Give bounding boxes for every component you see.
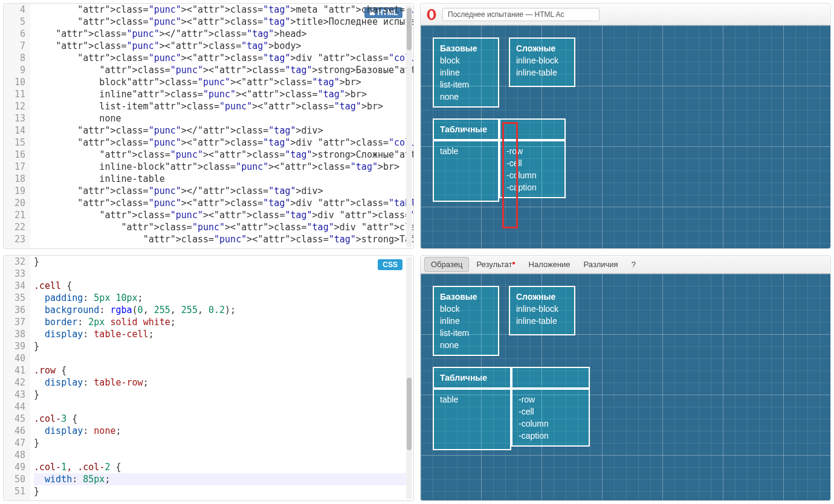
tabs-bar: Образец Результат* Наложение Различия ? — [421, 256, 830, 274]
render-area-top: Базовые block inline list-item none Слож… — [421, 25, 830, 248]
css-editor-panel: CSS 323334353637383940414243444546474849… — [3, 255, 414, 501]
html-code[interactable]: "attr">class="punc"><"attr">class="tag">… — [30, 4, 413, 248]
complex-box: Сложные inline-block inline-table — [509, 37, 575, 87]
browser-bar: Последнее испытание — HTML Ac — [421, 4, 830, 25]
complex-box: Сложные inline-block inline-table — [509, 286, 575, 335]
preview-result-panel: Образец Результат* Наложение Различия ? … — [420, 255, 831, 501]
preview-sample-panel: Последнее испытание — HTML Ac Базовые bl… — [420, 3, 831, 249]
table-box: Табличные table -row -cell -column -capt… — [433, 118, 818, 202]
opera-icon — [425, 8, 438, 21]
address-bar[interactable]: Последнее испытание — HTML Ac — [442, 8, 600, 21]
tab-result[interactable]: Результат* — [470, 257, 521, 271]
tab-sample[interactable]: Образец — [424, 257, 469, 272]
css-scrollbar[interactable] — [406, 257, 412, 499]
tab-diff[interactable]: Различия — [578, 257, 624, 271]
svg-point-1 — [430, 10, 434, 18]
html-gutter: 4567891011121314151617181920212223 — [4, 4, 30, 248]
css-editor[interactable]: 3233343536373839404142434445464748495051… — [4, 256, 413, 500]
basic-box: Базовые block inline list-item none — [433, 37, 499, 108]
css-gutter: 3233343536373839404142434445464748495051 — [4, 256, 30, 500]
tab-overlay[interactable]: Наложение — [523, 257, 577, 271]
css-code[interactable]: }.cell { padding: 5px 10px; background: … — [30, 256, 413, 500]
tab-help[interactable]: ? — [626, 257, 642, 271]
html-editor-panel: HTML 4567891011121314151617181920212223 … — [3, 3, 414, 249]
diff-highlight — [502, 122, 518, 228]
render-area-bottom: Базовые block inline list-item none Слож… — [421, 274, 830, 500]
basic-box: Базовые block inline list-item none — [433, 286, 499, 356]
html-editor[interactable]: 4567891011121314151617181920212223 "attr… — [4, 4, 413, 248]
table-box: Табличные table -row -cell -column -capt… — [433, 367, 818, 450]
html-scrollbar[interactable] — [406, 5, 412, 247]
changed-indicator-icon: * — [512, 260, 516, 269]
